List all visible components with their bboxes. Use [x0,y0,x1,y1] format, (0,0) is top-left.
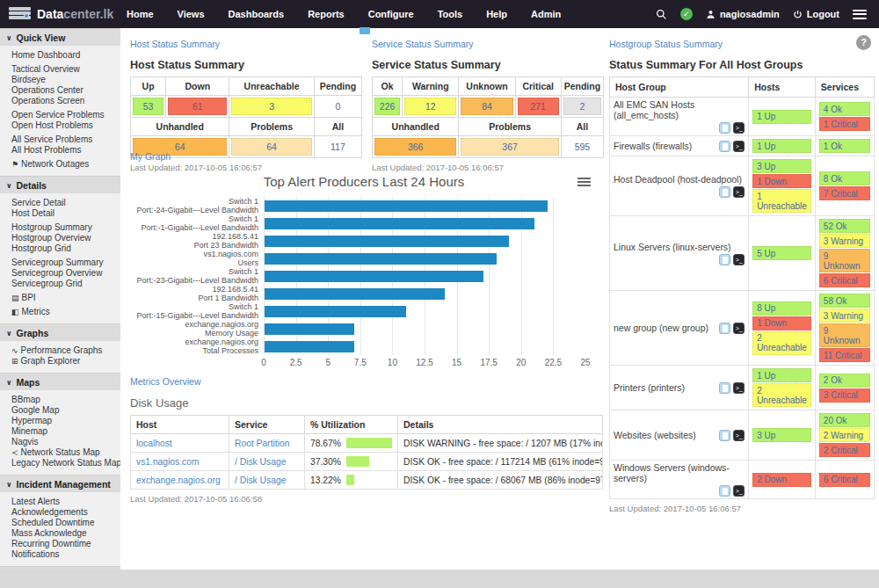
status-ok-badge[interactable]: ✓ [680,8,693,20]
disk-host-link[interactable]: exchange.nagios.org [136,475,221,485]
status-chip-3-warning[interactable]: 3 Warning [819,234,870,248]
sidebar-item-service-detail[interactable]: Service Detail [11,198,119,208]
status-chip-8-ok[interactable]: 8 Ok [819,171,870,185]
sidebar-item-network-status-map[interactable]: ≺Network Status Map [11,447,119,458]
hamburger-menu-icon[interactable] [853,7,867,21]
status-chip-7-critical[interactable]: 7 Critical [819,186,870,200]
sidebar-item-all-service-problems[interactable]: All Service Problems [11,134,119,145]
hostgroup-name[interactable]: Host Deadpool (host-deadpool) [614,174,742,185]
metrics-overview-link[interactable]: Metrics Overview [130,376,201,387]
service-status-summary-link[interactable]: Service Status Summary [372,39,474,49]
status-chip-9-unknown[interactable]: 9 Unknown [819,323,870,347]
sidebar-item-scheduled-downtime[interactable]: Scheduled Downtime [11,518,119,528]
sidebar-item-performance-graphs[interactable]: ∿Performance Graphs [11,345,119,356]
status-chip-2-down[interactable]: 2 Down [752,473,811,487]
search-icon[interactable] [656,9,667,20]
nav-item-tools[interactable]: Tools [438,9,463,19]
sidebar-section-graphs[interactable]: ∨Graphs [0,323,120,341]
status-chip-1-up[interactable]: 1 Up [752,110,811,124]
hostgroup-name[interactable]: All EMC SAN Hosts (all_emc_hosts) [614,99,745,120]
sidebar-section-quick-view[interactable]: ∨Quick View [0,28,120,46]
host-up-count[interactable]: 53 [133,98,163,115]
sidebar-item-graph-explorer[interactable]: ⊞Graph Explorer [11,356,119,367]
nav-item-home[interactable]: Home [127,9,154,19]
sidebar-item-hostgroup-grid[interactable]: Hostgroup Grid [11,243,119,254]
host-commands-icon[interactable]: >_ [733,122,745,134]
host-down-count[interactable]: 61 [168,98,227,115]
nav-item-views[interactable]: Views [178,9,205,19]
sidebar-item-hostgroup-overview[interactable]: Hostgroup Overview [11,233,119,243]
sidebar-item-notifications[interactable]: Notifications [11,549,119,560]
brand-logo[interactable]: Datacenter.lk [9,7,121,22]
status-chip-3-up[interactable]: 3 Up [752,428,811,442]
status-chip-1-critical[interactable]: 1 Critical [819,117,870,131]
status-chip-2-critical[interactable]: 2 Critical [819,443,870,457]
sidebar-item-host-detail[interactable]: Host Detail [11,208,119,219]
status-chip-9-unknown[interactable]: 9 Unknown [819,249,870,272]
hostgroup-name[interactable]: Linux Servers (linux-servers) [614,242,731,252]
sidebar-section-incident-management[interactable]: ∨Incident Management [0,475,120,492]
status-chip-5-up[interactable]: 5 Up [752,246,811,260]
sidebar-item-servicegroup-summary[interactable]: Servicegroup Summary [11,258,119,268]
sidebar-item-servicegroup-overview[interactable]: Servicegroup Overview [11,268,119,279]
status-chip-2-unreachable[interactable]: 2 Unreachable [752,331,811,355]
sidebar-section-maps[interactable]: ∨Maps [0,373,120,390]
hostgroup-name[interactable]: Printers (printers) [614,382,685,393]
host-unreachable-count[interactable]: 3 [231,98,311,115]
logout-button[interactable]: Logout [793,9,839,19]
nav-item-dashboards[interactable]: Dashboards [229,9,285,19]
host-commands-icon[interactable]: >_ [733,323,745,334]
sidebar-item-nagvis[interactable]: Nagvis [11,437,119,447]
status-chip-4-ok[interactable]: 4 Ok [819,102,870,116]
disk-service-link[interactable]: / Disk Usage [235,457,286,467]
service-status-icon[interactable] [719,323,730,334]
hostgroup-name[interactable]: Websites (websites) [614,430,696,440]
status-chip-58-ok[interactable]: 58 Ok [819,294,870,308]
nav-item-admin[interactable]: Admin [531,9,561,19]
sidebar-item-minemap[interactable]: Minemap [11,426,119,437]
sidebar-item-legacy-network-status-map[interactable]: Legacy Network Status Map [11,458,119,468]
host-commands-icon[interactable]: >_ [733,254,745,265]
host-commands-icon[interactable]: >_ [733,485,745,497]
status-chip-3-up[interactable]: 3 Up [752,159,811,173]
sidebar-item-hypermap[interactable]: Hypermap [11,416,119,426]
status-chip-2-unreachable[interactable]: 2 Unreachable [752,383,811,407]
service-status-icon[interactable] [719,122,730,134]
status-chip-1-down[interactable]: 1 Down [752,316,811,330]
disk-host-link[interactable]: localhost [136,439,172,448]
service-status-icon[interactable] [719,141,730,152]
sidebar-item-recurring-downtime[interactable]: Recurring Downtime [11,539,119,549]
host-commands-icon[interactable]: >_ [733,141,745,152]
hostgroup-name[interactable]: Windows Servers (windows-servers) [614,462,745,483]
user-menu[interactable]: nagiosadmin [706,9,780,19]
host-commands-icon[interactable]: >_ [733,186,745,198]
status-chip-3-critical[interactable]: 3 Critical [819,388,870,403]
status-chip-8-up[interactable]: 8 Up [752,301,811,316]
svc-pending-count[interactable]: 2 [563,98,601,115]
sidebar-item-bpi[interactable]: ▤BPI [11,293,119,303]
sidebar-item-operations-center[interactable]: Operations Center [11,85,119,96]
service-status-icon[interactable] [719,485,730,497]
disk-service-link[interactable]: Root Partition [235,439,289,448]
status-chip-6-critical[interactable]: 6 Critical [819,473,870,487]
sidebar-item-birdseye[interactable]: Birdseye [11,75,119,85]
disk-service-link[interactable]: / Disk Usage [235,475,286,485]
svc-ok-count[interactable]: 226 [374,98,400,115]
hostgroup-name[interactable]: new group (new group) [614,323,708,333]
host-status-summary-link[interactable]: Host Status Summary [130,39,220,49]
panel-toggle-tab[interactable] [360,27,370,34]
sidebar-item-latest-alerts[interactable]: Latest Alerts [11,497,119,507]
service-status-icon[interactable] [719,430,730,441]
status-chip-1-down[interactable]: 1 Down [752,174,811,188]
service-status-icon[interactable] [719,382,730,394]
sidebar-item-servicegroup-grid[interactable]: Servicegroup Grid [11,279,119,289]
sidebar-item-hostgroup-summary[interactable]: Hostgroup Summary [11,222,119,233]
status-chip-1-unreachable[interactable]: 1 Unreachable [752,189,811,213]
nav-item-reports[interactable]: Reports [308,9,345,19]
sidebar-section-details[interactable]: ∨Details [0,176,120,193]
status-chip-2-warning[interactable]: 2 Warning [819,428,870,442]
sidebar-item-open-host-problems[interactable]: Open Host Problems [11,120,119,131]
my-graph-link[interactable]: My Graph [130,151,171,162]
status-chip-11-critical[interactable]: 11 Critical [819,348,870,362]
host-pending-count[interactable]: 0 [316,98,360,115]
